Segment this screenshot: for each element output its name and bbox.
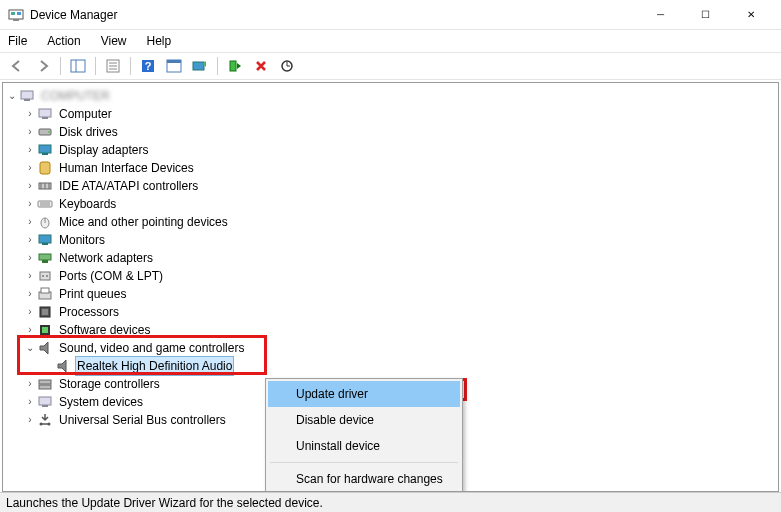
category-label: Software devices xyxy=(57,321,152,339)
menu-help[interactable]: Help xyxy=(143,32,176,50)
tree-category[interactable]: ›Network adapters xyxy=(5,249,776,267)
expand-icon[interactable]: › xyxy=(23,375,37,393)
expand-icon[interactable]: › xyxy=(23,195,37,213)
collapse-icon[interactable]: ⌄ xyxy=(5,87,19,105)
svg-rect-17 xyxy=(21,91,33,99)
tree-category[interactable]: ›Print queues xyxy=(5,285,776,303)
enable-device-icon[interactable] xyxy=(224,55,246,77)
expand-icon[interactable]: › xyxy=(23,141,37,159)
maximize-button[interactable]: ☐ xyxy=(683,0,728,30)
svg-rect-48 xyxy=(39,380,51,384)
close-button[interactable]: ✕ xyxy=(728,0,773,30)
statusbar: Launches the Update Driver Wizard for th… xyxy=(0,492,781,512)
category-label: Universal Serial Bus controllers xyxy=(57,411,228,429)
expand-icon[interactable]: › xyxy=(23,123,37,141)
expand-icon[interactable]: › xyxy=(23,303,37,321)
tree-category[interactable]: ›Software devices xyxy=(5,321,776,339)
toolbar-pane-icon[interactable] xyxy=(163,55,185,77)
device-tree[interactable]: ⌄ COMPUTER ›Computer›Disk drives›Display… xyxy=(2,82,779,492)
computer-icon xyxy=(19,88,35,104)
tree-category[interactable]: ›Keyboards xyxy=(5,195,776,213)
menu-view[interactable]: View xyxy=(97,32,131,50)
scan-hardware-icon[interactable] xyxy=(276,55,298,77)
expand-icon[interactable]: › xyxy=(23,159,37,177)
statusbar-text: Launches the Update Driver Wizard for th… xyxy=(6,496,323,510)
svg-rect-25 xyxy=(40,162,50,174)
audio-device-icon xyxy=(55,358,71,374)
menu-scan-hardware[interactable]: Scan for hardware changes xyxy=(268,466,460,492)
menu-uninstall-device[interactable]: Uninstall device xyxy=(268,433,460,459)
svg-rect-43 xyxy=(41,288,49,293)
tree-category[interactable]: ›Mice and other pointing devices xyxy=(5,213,776,231)
forward-button[interactable] xyxy=(32,55,54,77)
category-label: Network adapters xyxy=(57,249,155,267)
device-category-icon xyxy=(37,286,53,302)
svg-rect-18 xyxy=(24,99,30,101)
tree-category[interactable]: ›IDE ATA/ATAPI controllers xyxy=(5,177,776,195)
category-label: Disk drives xyxy=(57,123,120,141)
device-category-icon xyxy=(37,250,53,266)
expand-icon[interactable]: › xyxy=(23,105,37,123)
minimize-button[interactable]: ─ xyxy=(638,0,683,30)
svg-rect-19 xyxy=(39,109,51,117)
tree-category[interactable]: ⌄Sound, video and game controllers xyxy=(5,339,776,357)
expand-icon[interactable]: › xyxy=(23,249,37,267)
svg-rect-39 xyxy=(40,272,50,280)
menu-file[interactable]: File xyxy=(4,32,31,50)
svg-rect-2 xyxy=(17,12,21,15)
device-category-icon xyxy=(37,178,53,194)
tree-category[interactable]: ›Display adapters xyxy=(5,141,776,159)
tree-category[interactable]: ›Monitors xyxy=(5,231,776,249)
svg-rect-30 xyxy=(38,201,52,207)
collapse-icon[interactable]: ⌄ xyxy=(23,339,37,357)
device-category-icon xyxy=(37,232,53,248)
device-category-icon xyxy=(37,376,53,392)
tree-category[interactable]: ›Human Interface Devices xyxy=(5,159,776,177)
svg-rect-24 xyxy=(42,153,48,155)
expand-icon[interactable]: › xyxy=(23,411,37,429)
help-icon[interactable]: ? xyxy=(137,55,159,77)
menubar: File Action View Help xyxy=(0,30,781,52)
svg-rect-36 xyxy=(42,243,48,245)
context-menu: Update driver Disable device Uninstall d… xyxy=(265,378,463,492)
tree-root[interactable]: ⌄ COMPUTER xyxy=(5,87,776,105)
menu-separator xyxy=(270,462,458,463)
expand-icon[interactable]: › xyxy=(23,213,37,231)
svg-rect-50 xyxy=(39,397,51,405)
expand-icon[interactable]: › xyxy=(23,267,37,285)
category-label: Storage controllers xyxy=(57,375,162,393)
category-label: System devices xyxy=(57,393,145,411)
device-category-icon xyxy=(37,142,53,158)
show-hide-console-icon[interactable] xyxy=(67,55,89,77)
device-category-icon xyxy=(37,196,53,212)
uninstall-icon[interactable] xyxy=(250,55,272,77)
tree-category[interactable]: ›Processors xyxy=(5,303,776,321)
category-label: Mice and other pointing devices xyxy=(57,213,230,231)
root-label: COMPUTER xyxy=(39,87,112,105)
svg-rect-23 xyxy=(39,145,51,153)
tree-device[interactable]: Realtek High Definition Audio xyxy=(5,357,776,375)
expand-icon[interactable]: › xyxy=(23,231,37,249)
svg-point-53 xyxy=(48,423,51,426)
svg-rect-45 xyxy=(42,309,48,315)
tree-category[interactable]: ›Computer xyxy=(5,105,776,123)
menu-action[interactable]: Action xyxy=(43,32,84,50)
menu-update-driver[interactable]: Update driver xyxy=(268,381,460,407)
device-category-icon xyxy=(37,412,53,428)
menu-disable-device[interactable]: Disable device xyxy=(268,407,460,433)
expand-icon[interactable]: › xyxy=(23,393,37,411)
expand-icon[interactable]: › xyxy=(23,321,37,339)
category-label: Sound, video and game controllers xyxy=(57,339,246,357)
expand-icon[interactable]: › xyxy=(23,177,37,195)
properties-icon[interactable] xyxy=(102,55,124,77)
back-button[interactable] xyxy=(6,55,28,77)
update-driver-icon[interactable] xyxy=(189,55,211,77)
svg-point-41 xyxy=(46,275,48,277)
svg-point-40 xyxy=(42,275,44,277)
device-category-icon xyxy=(37,214,53,230)
expand-icon[interactable]: › xyxy=(23,285,37,303)
tree-category[interactable]: ›Ports (COM & LPT) xyxy=(5,267,776,285)
category-label: Monitors xyxy=(57,231,107,249)
tree-category[interactable]: ›Disk drives xyxy=(5,123,776,141)
svg-rect-1 xyxy=(11,12,15,15)
